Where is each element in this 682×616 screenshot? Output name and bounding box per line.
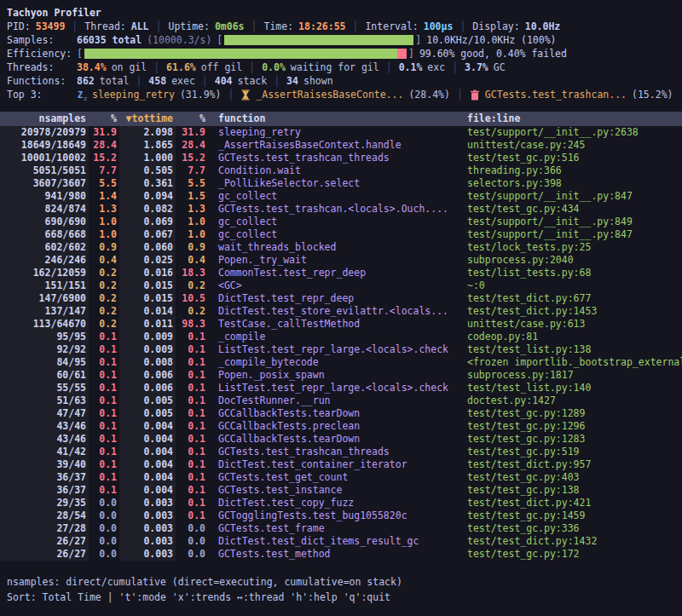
fileline-cell: test/test_dict.py:421 (464, 497, 682, 509)
tottime-cell: 0.006 (119, 382, 176, 394)
pct-cumulative-cell: 0.1 (176, 394, 208, 407)
table-row: 36/370.10.0040.1GCTests.test_get_countte… (0, 471, 682, 484)
nsamples-cell: 147/6900 (0, 292, 89, 305)
interval-value: 100μs (424, 20, 454, 33)
pct-cumulative-cell: 0.2 (176, 305, 208, 318)
table-row: 28/540.00.0030.1GCTogglingTests.test_bug… (0, 509, 682, 522)
function-cell: gc_collect (208, 228, 464, 241)
nsamples-cell: 84/95 (0, 356, 89, 369)
nsamples-cell: 39/40 (0, 458, 89, 471)
fileline-cell: test/test_gc.py:1289 (464, 407, 682, 420)
svg-text:Z: Z (78, 90, 83, 100)
pct-direct-cell: 0.2 (89, 279, 119, 292)
thread-label: Thread: (84, 20, 125, 33)
fileline-cell: doctest.py:1427 (464, 394, 682, 407)
table-row: 43/460.10.0040.1GCCallbackTests.preclean… (0, 420, 682, 433)
pct-cumulative-cell: 31.9 (176, 126, 208, 139)
function-cell: Popen._posix_spawn (208, 369, 464, 382)
tottime-cell: 1.000 (119, 152, 176, 164)
tottime-cell: 2.098 (119, 126, 176, 139)
pct-direct-cell: 0.0 (89, 548, 119, 561)
nsamples-cell: 162/12059 (0, 267, 89, 279)
nsamples-cell: 43/46 (0, 433, 89, 446)
pct-cumulative-cell: 0.1 (176, 407, 208, 420)
pct-cumulative-cell: 1.0 (176, 216, 208, 228)
fileline-cell: test/test_dict.py:677 (464, 292, 682, 305)
separator (386, 60, 392, 74)
tottime-cell: 0.014 (119, 305, 176, 318)
fileline-cell: test/test_dict.py:957 (464, 458, 682, 471)
pct-direct-cell: 0.0 (89, 522, 119, 535)
nsamples-cell: 10001/10002 (0, 152, 89, 164)
efficiency-line: Efficiency: 99.60% good, 0.40% failed (7, 47, 675, 60)
function-stat-value: 34 (286, 74, 298, 88)
pct-direct-cell: 0.2 (89, 305, 119, 318)
functions-line: Functions: 862total458exec404stack34show… (7, 74, 675, 88)
pct-direct-cell: 1.3 (89, 203, 119, 216)
separator (202, 74, 208, 88)
pct-cumulative-cell: 0.2 (176, 279, 208, 292)
pct-cumulative-cell: 7.7 (176, 164, 208, 177)
table-row: 113/646700.20.01198.3TestCase._callTestM… (0, 318, 682, 331)
top3-label: Top 3: (7, 88, 77, 101)
function-stat-name: total (100, 74, 130, 88)
thread-value: ALL (131, 20, 149, 33)
pct-cumulative-cell: 0.1 (176, 356, 208, 369)
tottime-cell: 0.015 (119, 279, 176, 292)
function-cell: GCCallbackTests.tearDown (208, 407, 464, 420)
nsamples-cell: 5051/5051 (0, 164, 89, 177)
fileline-cell: test/test_gc.py:336 (464, 522, 682, 535)
function-cell: <GC> (208, 279, 464, 292)
pct-cumulative-cell: 0.1 (176, 509, 208, 522)
table-row: 26/270.00.0030.0DictTest.test_dict_items… (0, 535, 682, 548)
pct-cumulative-cell: 1.0 (176, 228, 208, 241)
function-cell: GCTests.test_method (208, 548, 464, 561)
fileline-cell: test/test_gc.py:1296 (464, 420, 682, 433)
nsamples-cell: 92/92 (0, 343, 89, 356)
table-row: 55/550.10.0060.1ListTest.test_repr_large… (0, 382, 682, 394)
tottime-cell: 0.004 (119, 420, 176, 433)
fileline-cell: codeop.py:81 (464, 331, 682, 343)
time-label: Time: (263, 20, 293, 33)
function-cell: TestCase._callTestMethod (208, 318, 464, 331)
fileline-cell: test/test_gc.py:138 (464, 484, 682, 497)
status-line: PID:53499 Thread:ALL Uptime:0m06s Time:1… (7, 20, 675, 33)
pct-cumulative-cell: 0.1 (176, 471, 208, 484)
table-row: 39/400.10.0040.1DictTest.test_container_… (0, 458, 682, 471)
fileline-cell: test/support/__init__.py:847 (464, 228, 682, 241)
column-header-fileline: file:line (464, 112, 682, 126)
function-cell: gc_collect (208, 216, 464, 228)
tottime-cell: 0.505 (119, 164, 176, 177)
bracket-close (415, 33, 421, 47)
top-function-name: sleeping_retry (92, 88, 175, 101)
nsamples-cell: 824/874 (0, 203, 89, 216)
fileline-cell: test/test_gc.py:172 (464, 548, 682, 561)
table-row: 137/1470.20.0140.2DictTest.test_store_ev… (0, 305, 682, 318)
function-cell: _compile_bytecode (208, 356, 464, 369)
fileline-cell: <frozen importlib._bootstrap_external (464, 356, 682, 369)
fileline-cell: test/test_gc.py:519 (464, 446, 682, 458)
top3-line: Top 3: Zzsleeping_retry(31.9%)_AssertRai… (7, 88, 675, 101)
pid-value: 53499 (36, 20, 66, 33)
bracket-open (217, 33, 223, 47)
separator (353, 20, 359, 33)
svg-text:z: z (84, 95, 87, 101)
pct-direct-cell: 0.9 (89, 241, 119, 254)
pct-direct-cell: 0.2 (89, 267, 119, 279)
interval-label: Interval: (365, 20, 418, 33)
pct-direct-cell: 1.0 (89, 228, 119, 241)
table-row: 84/950.10.0080.1_compile_bytecode<frozen… (0, 356, 682, 369)
pct-direct-cell: 0.1 (89, 331, 119, 343)
tottime-cell: 0.361 (119, 177, 176, 190)
fileline-cell: test/test_gc.py:403 (464, 471, 682, 484)
function-cell: DictTest.test_repr_deep (208, 292, 464, 305)
bracket-open (77, 47, 83, 60)
function-cell: GCTests.test_get_count (208, 471, 464, 484)
tottime-cell: 0.005 (119, 407, 176, 420)
fileline-cell: test/test_gc.py:1459 (464, 509, 682, 522)
tottime-cell: 0.060 (119, 241, 176, 254)
uptime-label: Uptime: (168, 20, 209, 33)
function-cell: GCTogglingTests.test_bug1055820c (208, 509, 464, 522)
function-cell: DocTestRunner.__run (208, 394, 464, 407)
table-header: nsamples % ▼tottime % function file:line (0, 112, 682, 126)
